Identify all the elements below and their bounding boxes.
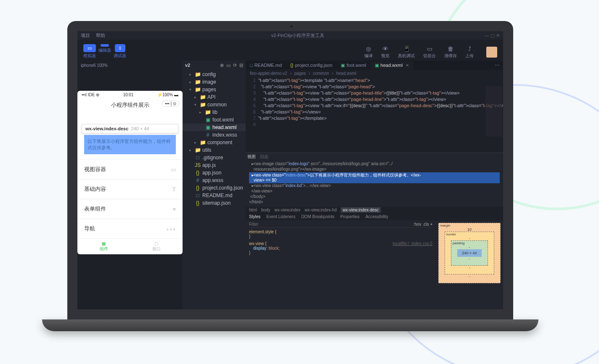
window-controls[interactable]: — ▢ ✕ <box>485 33 500 38</box>
tree-node-10[interactable]: ▸📁utils <box>183 146 246 154</box>
tree-node-15[interactable]: {}project.config.json <box>183 184 246 192</box>
editor-tab-0[interactable]: □README.md <box>246 61 286 69</box>
breadcrumbs[interactable]: fino-applet-demo-v2 › pages › common › h… <box>246 70 503 77</box>
tree-node-14[interactable]: #app.wxss <box>183 177 246 184</box>
tree-node-6[interactable]: ▣foot.wxml <box>183 116 246 124</box>
toolbar-pill-1[interactable]: 编辑器 <box>98 44 111 59</box>
styles-tab-2[interactable]: DOM Breakpoints <box>301 214 334 219</box>
styles-filter-input[interactable] <box>249 222 413 227</box>
dom-tree[interactable]: ▸<wx-image class="index-logo" src="../re… <box>246 161 503 207</box>
dom-crumb-3[interactable]: wx-view.index-hd <box>305 208 337 212</box>
simulator-device-label: iphone6 100% <box>77 61 183 70</box>
styles-tab-1[interactable]: Event Listeners <box>266 214 295 219</box>
css-rule-2[interactable]: localfile:/_index.css:2 wx-view {display… <box>249 241 432 255</box>
list-row-0[interactable]: 视图容器▭ <box>77 159 183 179</box>
dom-breadcrumb[interactable]: htmlbodywx-view.indexwx-view.index-hdwx-… <box>246 207 503 213</box>
tree-node-3[interactable]: ▸📁API <box>183 93 246 101</box>
box-model: margin 10 border - padding - 240 × 44 - <box>436 220 503 309</box>
toolbar-action-2[interactable]: 📱真机调试 <box>398 45 415 59</box>
hov-toggle[interactable]: :hov <box>413 222 421 227</box>
simulator-panel: iphone6 100% ••ıl IDE ⊕ 10:01 ⚡100% ▬ 小程… <box>77 61 183 309</box>
refresh-icon[interactable]: ⟳ <box>233 63 237 68</box>
toolbar-action-3[interactable]: ▭切后台 <box>423 45 436 59</box>
collapse-icon[interactable]: ⊟ <box>239 63 243 68</box>
editor-panel: □README.md {}project.config.json ▣foot.w… <box>246 61 503 309</box>
list-row-1[interactable]: 基础内容𝕋 <box>77 179 183 199</box>
menu-help[interactable]: 帮助 <box>96 32 105 39</box>
new-folder-icon[interactable]: ▭ <box>226 63 231 68</box>
tree-node-1[interactable]: ▸📁image <box>183 78 246 86</box>
dom-crumb-1[interactable]: body <box>261 208 270 212</box>
editor-tab-1[interactable]: {}project.config.json <box>286 61 337 69</box>
tree-node-12[interactable]: JSapp.js <box>183 161 246 169</box>
tree-node-9[interactable]: ▸📁component <box>183 139 246 146</box>
sim-tab-1[interactable]: ▢接口 <box>130 239 183 254</box>
phone-nav-title: 小程序组件展示 ••• | ⊙ <box>77 99 183 111</box>
tree-node-0[interactable]: ▸📁config <box>183 71 246 78</box>
styles-tab-0[interactable]: Styles <box>249 214 260 219</box>
new-file-icon[interactable]: ⊕ <box>220 63 224 68</box>
highlighted-element: 以下将展示小程序官方组件能力，组件样式仅供参考。 <box>84 135 176 154</box>
tree-node-11[interactable]: □.gitignore <box>183 154 246 161</box>
menubar: 项目 帮助 v2-FinClip小程序开发工具 — ▢ ✕ <box>77 31 503 40</box>
devtools-tab-0[interactable]: 视图 <box>247 154 256 160</box>
css-rule-0[interactable]: element.style {} <box>249 229 432 239</box>
phone-status-bar: ••ıl IDE ⊕ 10:01 ⚡100% ▬ <box>77 91 183 99</box>
cls-toggle[interactable]: .cls <box>422 222 429 227</box>
minimap[interactable] <box>485 86 502 137</box>
editor-tab-3[interactable]: ▣head.wxml× <box>371 61 413 69</box>
editor-tab-2[interactable]: ▣foot.wxml <box>337 61 370 69</box>
styles-tab-4[interactable]: Accessibility <box>366 214 388 219</box>
toolbar: ▭模拟器 编辑器 ⫴调试器 ◎编译 👁预览 📱真机调试 ▭切后台 🗑清缓存 ⤴上… <box>77 40 503 61</box>
list-row-3[interactable]: 导航∘∘∘ <box>77 219 183 238</box>
phone-simulator[interactable]: ••ıl IDE ⊕ 10:01 ⚡100% ▬ 小程序组件展示 ••• | ⊙… <box>77 91 183 254</box>
inspect-tooltip: wx-view.index-desc240 × 44 <box>82 124 178 133</box>
styles-pane[interactable]: :hov .cls + element.style {} </span> <di… <box>246 220 436 309</box>
dom-crumb-2[interactable]: wx-view.index <box>275 208 301 212</box>
avatar[interactable] <box>486 47 497 58</box>
toolbar-action-5[interactable]: ⤴上传 <box>465 45 474 59</box>
tree-node-2[interactable]: ▾📁pages <box>183 86 246 93</box>
file-explorer: v2 ⊕ ▭ ⟳ ⊟ ▸📁config ▸📁image ▾📁pages ▸📁AP… <box>183 61 246 309</box>
toolbar-action-4[interactable]: 🗑清缓存 <box>444 45 457 59</box>
tree-node-16[interactable]: □README.md <box>183 192 246 199</box>
add-rule-icon[interactable]: + <box>430 222 432 227</box>
project-root-label[interactable]: v2 <box>185 63 190 68</box>
toolbar-pill-0[interactable]: ▭模拟器 <box>83 44 96 59</box>
tree-node-8[interactable]: #index.wxss <box>183 131 246 139</box>
toolbar-pill-2[interactable]: ⫴调试器 <box>114 44 126 59</box>
tree-node-7[interactable]: ▣head.wxml <box>183 124 246 131</box>
capsule-button[interactable]: ••• | ⊙ <box>162 100 179 107</box>
list-row-2[interactable]: 表单组件≡ <box>77 199 183 219</box>
close-icon[interactable]: × <box>406 63 408 68</box>
toolbar-action-0[interactable]: ◎编译 <box>364 45 373 59</box>
devtools-tab-1[interactable]: 日志 <box>260 154 268 160</box>
tree-node-13[interactable]: {}app.json <box>183 169 246 177</box>
toolbar-action-1[interactable]: 👁预览 <box>381 45 390 59</box>
tree-node-4[interactable]: ▾📁common <box>183 101 246 108</box>
styles-tab-3[interactable]: Properties <box>340 214 360 219</box>
window-title: v2-FinClip小程序开发工具 <box>111 32 485 39</box>
tree-node-5[interactable]: ▸📁lib <box>183 108 246 116</box>
sim-tab-0[interactable]: ▦组件 <box>77 239 130 254</box>
code-editor[interactable]: 12345678 "t-attr">class="t-tag"><templat… <box>246 77 503 153</box>
devtools: 视图日志 ▸<wx-image class="index-logo" src="… <box>246 153 503 309</box>
dom-crumb-4[interactable]: wx-view.index-desc <box>341 207 380 213</box>
menu-project[interactable]: 项目 <box>81 32 90 39</box>
dom-crumb-0[interactable]: html <box>249 208 257 212</box>
more-icon[interactable]: ⋯ <box>491 62 503 68</box>
laptop-frame: 项目 帮助 v2-FinClip小程序开发工具 — ▢ ✕ ▭模拟器 编辑器 ⫴… <box>67 21 513 331</box>
tree-node-17[interactable]: {}sitemap.json <box>183 199 246 207</box>
